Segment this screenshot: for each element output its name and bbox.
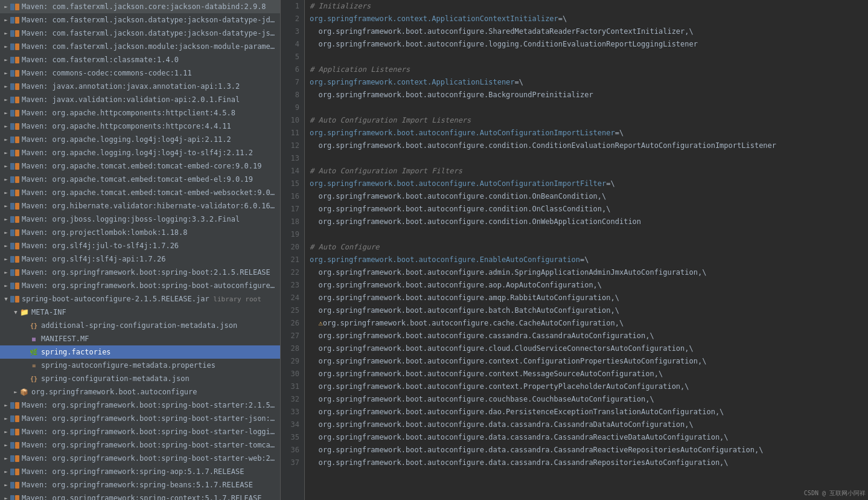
file-tree[interactable]: ►Maven: com.fasterxml.jackson.core:jacks… <box>0 0 281 500</box>
expand-arrow[interactable]: ► <box>2 123 10 129</box>
maven-icon <box>10 228 19 237</box>
tree-item-25[interactable]: {}additional-spring-configuration-metada… <box>0 319 280 332</box>
line-number: 11 <box>286 127 299 139</box>
maven-icon <box>10 188 19 197</box>
tree-item-6[interactable]: ►Maven: commons-codec:commons-codec:1.11 <box>0 66 280 80</box>
code-line: # Application Listeners <box>310 63 863 76</box>
tree-item-14[interactable]: ►Maven: org.apache.tomcat.embed:tomcat-e… <box>0 173 280 186</box>
expand-arrow[interactable]: ► <box>2 97 10 103</box>
tree-item-label: Maven: org.springframework.boot:spring-b… <box>22 441 278 449</box>
tree-item-1[interactable]: ►Maven: com.fasterxml.jackson.core:jacks… <box>0 0 280 13</box>
expand-arrow[interactable]: ► <box>2 70 10 76</box>
tree-item-27[interactable]: 🌿spring.factories <box>0 345 280 359</box>
tree-item-19[interactable]: ►Maven: org.slf4j:jul-to-slf4j:1.7.26 <box>0 239 280 252</box>
line-number: 23 <box>286 279 299 292</box>
expand-arrow[interactable]: ► <box>2 283 10 289</box>
tree-item-26[interactable]: ■MANIFEST.MF <box>0 332 280 345</box>
expand-arrow[interactable]: ► <box>2 30 10 36</box>
expand-arrow[interactable]: ► <box>2 469 10 475</box>
code-line: org.springframework.context.ApplicationL… <box>310 76 863 89</box>
code-line: org.springframework.boot.autoconfigure.B… <box>310 89 863 101</box>
line-number: 4 <box>286 38 299 51</box>
tree-item-4[interactable]: ►Maven: com.fasterxml.jackson.module:jac… <box>0 40 280 53</box>
line-number: 36 <box>286 444 299 457</box>
tree-item-label: Maven: org.springframework:spring-contex… <box>22 494 261 500</box>
tree-item-3[interactable]: ►Maven: com.fasterxml.jackson.datatype:j… <box>0 27 280 40</box>
tree-item-label: Maven: org.springframework.boot:spring-b… <box>22 268 270 277</box>
expand-arrow[interactable]: ► <box>2 43 10 50</box>
expand-arrow[interactable]: ► <box>2 269 10 275</box>
code-line: org.springframework.boot.autoconfigure.c… <box>310 330 863 342</box>
tree-item-35[interactable]: ►Maven: org.springframework.boot:spring-… <box>0 452 280 465</box>
code-line: # Auto Configure <box>310 241 863 254</box>
tree-item-28[interactable]: ≡spring-autoconfigure-metadata.propertie… <box>0 359 280 372</box>
expand-arrow[interactable]: ► <box>2 163 10 169</box>
expand-arrow[interactable]: ► <box>2 150 10 156</box>
expand-arrow[interactable]: ► <box>2 203 10 209</box>
tree-item-label: Maven: org.projectlombok:lombok:1.18.8 <box>22 228 188 237</box>
tree-item-2[interactable]: ►Maven: com.fasterxml.jackson.datatype:j… <box>0 13 280 27</box>
mf-file-icon: ■ <box>29 334 39 344</box>
tree-item-21[interactable]: ►Maven: org.springframework.boot:spring-… <box>0 266 280 279</box>
tree-item-7[interactable]: ►Maven: javax.annotation:javax.annotatio… <box>0 80 280 93</box>
expand-arrow[interactable]: ► <box>2 415 10 421</box>
tree-item-36[interactable]: ►Maven: org.springframework:spring-aop:5… <box>0 465 280 478</box>
code-line: # Initializers <box>310 0 863 13</box>
tree-item-24[interactable]: ▼📁META-INF <box>0 306 280 319</box>
tree-item-34[interactable]: ►Maven: org.springframework.boot:spring-… <box>0 438 280 452</box>
expand-arrow[interactable]: ► <box>2 243 10 249</box>
expand-arrow[interactable]: ► <box>2 110 10 116</box>
tree-item-9[interactable]: ►Maven: org.apache.httpcomponents:httpcl… <box>0 106 280 120</box>
expand-arrow[interactable]: ► <box>2 256 10 262</box>
tree-item-32[interactable]: ►Maven: org.springframework.boot:spring-… <box>0 412 280 425</box>
tree-item-31[interactable]: ►Maven: org.springframework.boot:spring-… <box>0 399 280 412</box>
tree-item-label: spring-configuration-metadata.json <box>41 374 190 383</box>
expand-arrow[interactable]: ► <box>12 389 19 395</box>
expand-arrow[interactable]: ► <box>2 4 10 10</box>
tree-item-30[interactable]: ►📦org.springframework.boot.autoconfigure <box>0 385 280 399</box>
expand-arrow[interactable]: ► <box>2 229 10 236</box>
tree-item-37[interactable]: ►Maven: org.springframework:spring-beans… <box>0 478 280 492</box>
expand-arrow[interactable]: ► <box>2 455 10 461</box>
tree-item-20[interactable]: ►Maven: org.slf4j:slf4j-api:1.7.26 <box>0 252 280 266</box>
expand-arrow[interactable]: ► <box>2 17 10 23</box>
tree-item-10[interactable]: ►Maven: org.apache.httpcomponents:httpco… <box>0 120 280 133</box>
tree-item-11[interactable]: ►Maven: org.apache.logging.log4j:log4j-a… <box>0 133 280 146</box>
tree-item-38[interactable]: ►Maven: org.springframework:spring-conte… <box>0 492 280 500</box>
tree-item-15[interactable]: ►Maven: org.apache.tomcat.embed:tomcat-e… <box>0 186 280 199</box>
maven-icon <box>10 241 19 251</box>
expand-arrow[interactable]: ► <box>2 190 10 196</box>
code-line: org.springframework.boot.autoconfigure.c… <box>310 342 863 355</box>
tree-item-18[interactable]: ►Maven: org.projectlombok:lombok:1.18.8 <box>0 226 280 239</box>
line-number: 15 <box>286 178 299 190</box>
expand-arrow[interactable]: ► <box>2 57 10 63</box>
tree-item-17[interactable]: ►Maven: org.jboss.logging:jboss-logging:… <box>0 213 280 226</box>
tree-item-12[interactable]: ►Maven: org.apache.logging.log4j:log4j-t… <box>0 146 280 159</box>
expand-arrow[interactable]: ► <box>2 482 10 488</box>
tree-item-8[interactable]: ►Maven: javax.validation:validation-api:… <box>0 93 280 106</box>
tree-item-13[interactable]: ►Maven: org.apache.tomcat.embed:tomcat-e… <box>0 159 280 173</box>
expand-arrow[interactable]: ► <box>2 176 10 182</box>
tree-item-22[interactable]: ►Maven: org.springframework.boot:spring-… <box>0 279 280 292</box>
expand-arrow[interactable]: ► <box>2 136 10 143</box>
code-line: org.springframework.boot.autoconfigure.c… <box>310 216 863 228</box>
expand-arrow[interactable]: ► <box>2 495 10 500</box>
expand-arrow[interactable]: ▼ <box>2 296 10 302</box>
tree-item-16[interactable]: ►Maven: org.hibernate.validator:hibernat… <box>0 199 280 213</box>
line-number: 7 <box>286 76 299 89</box>
code-editor[interactable]: 1234567891011121314151617181920212223242… <box>281 0 868 500</box>
expand-arrow[interactable]: ► <box>2 429 10 435</box>
line-number: 33 <box>286 406 299 418</box>
package-icon: 📦 <box>19 387 29 397</box>
tree-item-29[interactable]: {}spring-configuration-metadata.json <box>0 372 280 385</box>
code-line <box>310 152 863 165</box>
expand-arrow[interactable]: ► <box>2 402 10 408</box>
tree-item-33[interactable]: ►Maven: org.springframework.boot:spring-… <box>0 425 280 438</box>
tree-item-5[interactable]: ►Maven: com.fasterxml:classmate:1.4.0 <box>0 53 280 66</box>
expand-arrow[interactable]: ▼ <box>12 309 19 315</box>
expand-arrow[interactable]: ► <box>2 442 10 448</box>
expand-arrow[interactable]: ► <box>2 216 10 222</box>
expand-arrow[interactable]: ► <box>2 83 10 89</box>
tree-item-23[interactable]: ▼spring-boot-autoconfigure-2.1.5.RELEASE… <box>0 292 280 306</box>
tree-item-label: Maven: org.apache.tomcat.embed:tomcat-em… <box>22 188 278 197</box>
